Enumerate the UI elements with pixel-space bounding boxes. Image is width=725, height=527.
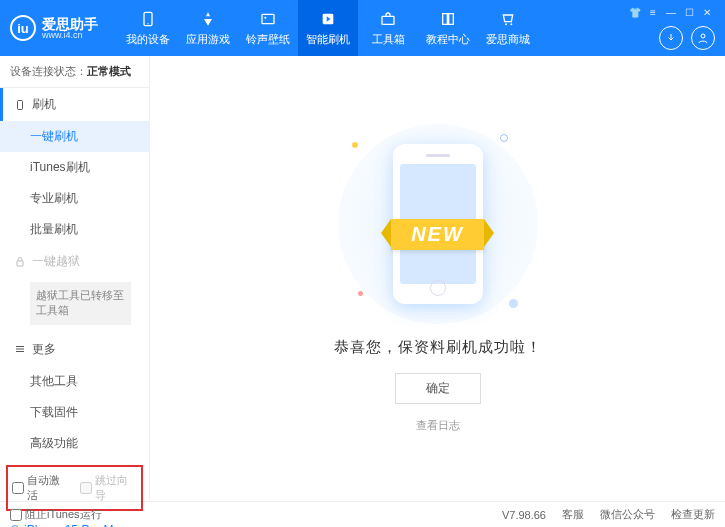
nav-ringtone[interactable]: 铃声壁纸 — [238, 0, 298, 56]
nav-label: 爱思商城 — [486, 32, 530, 47]
lock-icon — [14, 256, 26, 268]
download-button[interactable] — [659, 26, 683, 50]
update-link[interactable]: 检查更新 — [671, 507, 715, 522]
title-controls: 👕 ≡ — ☐ ✕ — [627, 6, 715, 50]
section-jailbreak: 一键越狱 — [0, 245, 149, 278]
maximize-icon[interactable]: ☐ — [681, 6, 697, 18]
main-content: NEW 恭喜您，保资料刷机成功啦！ 确定 查看日志 — [150, 56, 725, 501]
svg-point-1 — [147, 23, 148, 24]
nav-label: 应用游戏 — [186, 32, 230, 47]
nav-my-device[interactable]: 我的设备 — [118, 0, 178, 56]
close-icon[interactable]: ✕ — [699, 6, 715, 18]
svg-rect-2 — [262, 14, 274, 23]
svg-point-3 — [264, 17, 266, 19]
nav-apps[interactable]: 应用游戏 — [178, 0, 238, 56]
flash-section-icon — [14, 99, 26, 111]
nav-label: 工具箱 — [372, 32, 405, 47]
svg-point-8 — [701, 34, 705, 38]
user-button[interactable] — [691, 26, 715, 50]
sidebar-item-onekey[interactable]: 一键刷机 — [0, 121, 149, 152]
new-ribbon: NEW — [391, 219, 484, 250]
app-logo: iu 爱思助手 www.i4.cn — [10, 15, 98, 41]
svg-point-7 — [510, 23, 512, 25]
svg-rect-5 — [382, 16, 394, 24]
top-nav: 我的设备 应用游戏 铃声壁纸 智能刷机 工具箱 教程中心 爱思商城 — [118, 0, 627, 56]
toolbox-icon — [378, 9, 398, 29]
ok-button[interactable]: 确定 — [395, 373, 481, 404]
checkbox-label: 自动激活 — [27, 473, 70, 503]
nav-label: 教程中心 — [426, 32, 470, 47]
more-icon — [14, 343, 26, 355]
svg-rect-10 — [17, 261, 23, 266]
nav-label: 我的设备 — [126, 32, 170, 47]
nav-flash[interactable]: 智能刷机 — [298, 0, 358, 56]
app-name: 爱思助手 — [42, 17, 98, 31]
device-name[interactable]: iPhone 15 Pro Max — [10, 523, 139, 527]
conn-status: 正常模式 — [87, 65, 131, 77]
sidebar-item-advanced[interactable]: 高级功能 — [0, 428, 149, 459]
book-icon — [438, 9, 458, 29]
svg-rect-9 — [18, 100, 23, 109]
section-flash[interactable]: 刷机 — [0, 88, 149, 121]
skip-guide-checkbox[interactable]: 跳过向导 — [80, 473, 138, 503]
skin-icon[interactable]: 👕 — [627, 6, 643, 18]
section-label: 更多 — [32, 341, 56, 358]
device-icon — [10, 523, 20, 527]
nav-store[interactable]: 爱思商城 — [478, 0, 538, 56]
jailbreak-note[interactable]: 越狱工具已转移至工具箱 — [30, 282, 131, 325]
nav-toolbox[interactable]: 工具箱 — [358, 0, 418, 56]
wechat-link[interactable]: 微信公众号 — [600, 507, 655, 522]
svg-point-6 — [505, 23, 507, 25]
logo-icon: iu — [10, 15, 36, 41]
image-icon — [258, 9, 278, 29]
device-name-text: iPhone 15 Pro Max — [24, 523, 126, 527]
sidebar-item-batch[interactable]: 批量刷机 — [0, 214, 149, 245]
version-text: V7.98.66 — [502, 509, 546, 521]
checkbox-label: 阻止iTunes运行 — [25, 507, 102, 522]
titlebar: iu 爱思助手 www.i4.cn 我的设备 应用游戏 铃声壁纸 智能刷机 工具… — [0, 0, 725, 56]
success-illustration: NEW — [328, 124, 548, 324]
sidebar-item-other[interactable]: 其他工具 — [0, 366, 149, 397]
section-label: 刷机 — [32, 96, 56, 113]
flash-icon — [318, 9, 338, 29]
nav-label: 铃声壁纸 — [246, 32, 290, 47]
sidebar-item-itunes[interactable]: iTunes刷机 — [0, 152, 149, 183]
sidebar: 设备连接状态：正常模式 刷机 一键刷机 iTunes刷机 专业刷机 批量刷机 一… — [0, 56, 150, 501]
phone-icon — [138, 9, 158, 29]
minimize-icon[interactable]: — — [663, 6, 679, 18]
sidebar-item-download-fw[interactable]: 下载固件 — [0, 397, 149, 428]
support-link[interactable]: 客服 — [562, 507, 584, 522]
conn-prefix: 设备连接状态： — [10, 65, 87, 77]
app-url: www.i4.cn — [42, 31, 98, 40]
block-itunes-checkbox[interactable]: 阻止iTunes运行 — [10, 507, 102, 522]
section-label: 一键越狱 — [32, 253, 80, 270]
options-highlight-box: 自动激活 跳过向导 — [6, 465, 143, 511]
success-message: 恭喜您，保资料刷机成功啦！ — [334, 338, 542, 357]
nav-label: 智能刷机 — [306, 32, 350, 47]
cart-icon — [498, 9, 518, 29]
connection-status: 设备连接状态：正常模式 — [0, 56, 149, 88]
menu-icon[interactable]: ≡ — [645, 6, 661, 18]
view-log-link[interactable]: 查看日志 — [416, 418, 460, 433]
auto-activate-checkbox[interactable]: 自动激活 — [12, 473, 70, 503]
sidebar-item-pro[interactable]: 专业刷机 — [0, 183, 149, 214]
checkbox-label: 跳过向导 — [95, 473, 138, 503]
apps-icon — [198, 9, 218, 29]
nav-tutorial[interactable]: 教程中心 — [418, 0, 478, 56]
section-more[interactable]: 更多 — [0, 333, 149, 366]
